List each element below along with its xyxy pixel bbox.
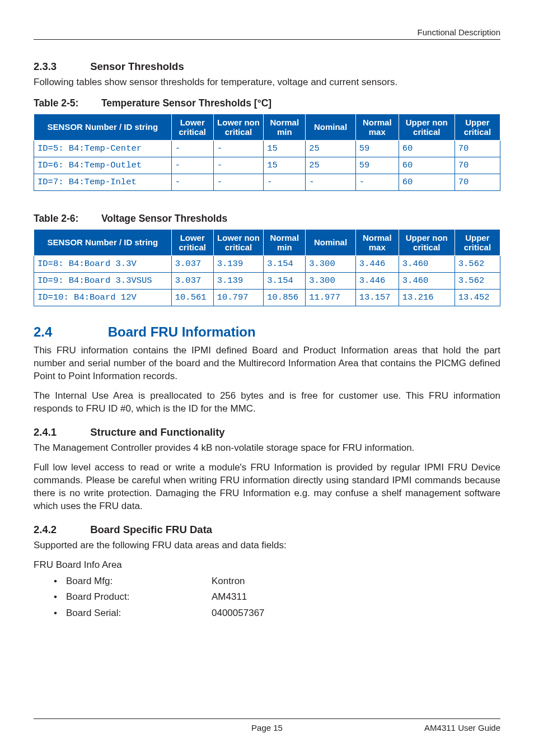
cell: 3.037	[171, 273, 213, 290]
list-item: • Board Product: AM4311	[54, 591, 500, 604]
subsection-2-4-2-heading: 2.4.2 Board Specific FRU Data	[34, 523, 500, 537]
running-header: Functional Description	[34, 27, 500, 40]
col-header: Upper non critical	[399, 229, 455, 256]
cell: 70	[455, 141, 500, 157]
cell: 70	[455, 157, 500, 174]
cell: 3.460	[399, 273, 455, 290]
table-caption-number: Table 2-6:	[34, 212, 99, 226]
cell: -	[355, 174, 399, 191]
col-header: Nominal	[306, 114, 356, 141]
subsection-number: 2.4.1	[34, 426, 87, 440]
subsection-2-3-3-heading: 2.3.3 Sensor Thresholds	[34, 60, 500, 74]
cell: 3.562	[455, 273, 500, 290]
col-header: Lower non critical	[213, 114, 264, 141]
running-header-text: Functional Description	[418, 27, 500, 37]
cell: 3.460	[399, 256, 455, 273]
bullet-icon: •	[54, 591, 66, 604]
cell: 15	[264, 141, 306, 157]
cell: 70	[455, 174, 500, 191]
subsection-number: 2.3.3	[34, 60, 87, 74]
paragraph: Full low level access to read or write a…	[34, 461, 500, 513]
cell: ID=6: B4:Temp-Outlet	[34, 157, 172, 174]
col-header: Normal max	[355, 229, 399, 256]
cell: 60	[399, 174, 455, 191]
bullet-icon: •	[54, 607, 66, 620]
footer-doc-title: AM4311 User Guide	[388, 722, 500, 734]
table-row: ID=7: B4:Temp-Inlet - - - - - 60 70	[34, 174, 500, 191]
cell: 15	[264, 157, 306, 174]
cell: -	[213, 157, 264, 174]
col-header: Normal min	[264, 114, 306, 141]
col-header: SENSOR Number / ID string	[34, 229, 172, 256]
cell: 3.300	[306, 273, 356, 290]
cell: -	[213, 141, 264, 157]
fru-area-label: FRU Board Info Area	[34, 559, 500, 572]
cell: 3.154	[264, 273, 306, 290]
paragraph: The Management Controller provides 4 kB …	[34, 442, 500, 455]
page-footer: Page 15 AM4311 User Guide	[34, 718, 500, 734]
table-header-row: SENSOR Number / ID string Lower critical…	[34, 229, 500, 256]
cell: 3.300	[306, 256, 356, 273]
col-header: Upper non critical	[399, 114, 455, 141]
col-header: Normal min	[264, 229, 306, 256]
cell: 11.977	[306, 290, 356, 306]
subsection-title: Structure and Functionality	[90, 426, 225, 438]
table-row: ID=9: B4:Board 3.3VSUS 3.037 3.139 3.154…	[34, 273, 500, 290]
cell: -	[171, 141, 213, 157]
list-item: • Board Serial: 0400057367	[54, 607, 500, 620]
cell: 60	[399, 141, 455, 157]
cell: 10.856	[264, 290, 306, 306]
cell: -	[213, 174, 264, 191]
section-number: 2.4	[34, 323, 104, 341]
table-caption-number: Table 2-5:	[34, 97, 99, 110]
cell: 13.452	[455, 290, 500, 306]
col-header: SENSOR Number / ID string	[34, 114, 172, 141]
cell: 59	[355, 157, 399, 174]
table-row: ID=6: B4:Temp-Outlet - - 15 25 59 60 70	[34, 157, 500, 174]
table-2-5-caption: Table 2-5: Temperature Sensor Thresholds…	[34, 97, 500, 110]
list-item-value: AM4311	[212, 591, 500, 604]
cell: 3.562	[455, 256, 500, 273]
subsection-title: Sensor Thresholds	[90, 60, 184, 72]
bullet-icon: •	[54, 575, 66, 588]
cell: -	[171, 174, 213, 191]
footer-page-number: Page 15	[146, 722, 388, 734]
cell: 3.139	[213, 273, 264, 290]
list-item-label: Board Mfg:	[66, 575, 212, 588]
table-row: ID=8: B4:Board 3.3V 3.037 3.139 3.154 3.…	[34, 256, 500, 273]
cell: ID=5: B4:Temp-Center	[34, 141, 172, 157]
cell: 59	[355, 141, 399, 157]
cell: 3.446	[355, 273, 399, 290]
col-header: Normal max	[355, 114, 399, 141]
cell: 10.561	[171, 290, 213, 306]
cell: 3.139	[213, 256, 264, 273]
table-row: ID=10: B4:Board 12V 10.561 10.797 10.856…	[34, 290, 500, 306]
cell: ID=10: B4:Board 12V	[34, 290, 172, 306]
col-header: Lower critical	[171, 229, 213, 256]
table-2-6: SENSOR Number / ID string Lower critical…	[34, 229, 500, 306]
cell: 10.797	[213, 290, 264, 306]
col-header: Upper critical	[455, 229, 500, 256]
table-caption-title: Temperature Sensor Thresholds [°C]	[101, 97, 271, 109]
list-item-value: 0400057367	[212, 607, 500, 620]
cell: -	[264, 174, 306, 191]
table-2-6-caption: Table 2-6: Voltage Sensor Thresholds	[34, 212, 500, 226]
list-item-value: Kontron	[212, 575, 500, 588]
cell: 3.446	[355, 256, 399, 273]
paragraph: Following tables show sensor thresholds …	[34, 76, 500, 89]
cell: 3.154	[264, 256, 306, 273]
section-title: Board FRU Information	[108, 324, 256, 339]
cell: 60	[399, 157, 455, 174]
section-2-4-heading: 2.4 Board FRU Information	[34, 323, 500, 341]
list-item-label: Board Serial:	[66, 607, 212, 620]
subsection-2-4-1-heading: 2.4.1 Structure and Functionality	[34, 426, 500, 440]
paragraph: Supported are the following FRU data are…	[34, 539, 500, 552]
col-header: Lower non critical	[213, 229, 264, 256]
subsection-number: 2.4.2	[34, 523, 87, 537]
list-item: • Board Mfg: Kontron	[54, 575, 500, 588]
cell: -	[171, 157, 213, 174]
cell: 13.216	[399, 290, 455, 306]
fru-board-info-list: • Board Mfg: Kontron • Board Product: AM…	[34, 575, 500, 620]
cell: ID=8: B4:Board 3.3V	[34, 256, 172, 273]
col-header: Nominal	[306, 229, 356, 256]
